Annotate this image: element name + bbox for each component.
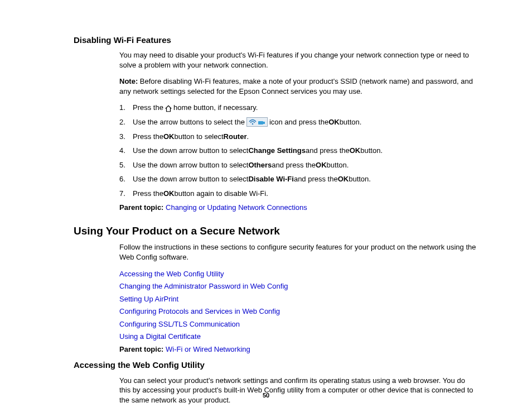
- step-num: 5.: [119, 160, 133, 170]
- parent-label: Parent topic:: [119, 203, 163, 212]
- parent-label: Parent topic:: [119, 345, 163, 353]
- step-7: 7. Press the OK button again to disable …: [119, 189, 477, 199]
- intro-para: You can select your product's network se…: [119, 376, 477, 405]
- step-text: Use the arrow buttons to select the: [133, 117, 245, 127]
- heading-secure-network: Using Your Product on a Secure Network: [74, 224, 477, 238]
- step-num: 6.: [119, 174, 133, 184]
- step-num: 7.: [119, 189, 133, 199]
- step-bold: OK: [350, 146, 361, 156]
- step-text: .: [246, 132, 249, 142]
- step-5: 5. Use the down arrow button to select O…: [119, 160, 477, 170]
- note-text: Before disabling Wi-Fi features, make a …: [119, 77, 473, 95]
- svg-rect-1: [258, 121, 263, 124]
- step-num: 2.: [119, 117, 133, 127]
- step-bold: OK: [328, 117, 340, 127]
- parent-link[interactable]: Wi-Fi or Wired Networking: [166, 345, 250, 353]
- page-number: 50: [0, 391, 532, 400]
- step-1: 1. Press the home button, if necessary.: [119, 103, 477, 113]
- step-text: Press the: [133, 189, 163, 199]
- step-text: button to select: [174, 132, 223, 142]
- step-text: and press the: [294, 174, 338, 184]
- note-label: Note:: [119, 77, 138, 85]
- step-bold: Router: [224, 132, 247, 142]
- topic-link[interactable]: Configuring SSL/TLS Communication: [119, 320, 240, 328]
- step-text: Press the: [133, 103, 163, 113]
- step-bold: Change Settings: [248, 146, 306, 156]
- heading-web-config: Accessing the Web Config Utility: [74, 360, 477, 371]
- step-text: button.: [340, 117, 362, 127]
- intro-para: Follow the instructions in these section…: [119, 242, 477, 262]
- svg-rect-2: [263, 122, 265, 124]
- svg-point-0: [252, 123, 254, 124]
- step-text: button.: [327, 160, 349, 170]
- home-icon: [163, 103, 173, 113]
- note-para: Note: Before disabling Wi-Fi features, m…: [119, 76, 477, 96]
- intro-para: You may need to disable your product's W…: [119, 50, 477, 70]
- topic-link[interactable]: Configuring Protocols and Services in We…: [119, 307, 280, 315]
- step-bold: OK: [316, 160, 327, 170]
- step-2: 2. Use the arrow buttons to select the i…: [119, 117, 477, 127]
- body-disabling-wifi: You may need to disable your product's W…: [119, 50, 477, 213]
- topic-link[interactable]: Setting Up AirPrint: [119, 295, 178, 303]
- section-secure-network: Using Your Product on a Secure Network F…: [74, 224, 477, 354]
- step-3: 3. Press the OK button to select Router …: [119, 132, 477, 142]
- steps-list: 1. Press the home button, if necessary. …: [119, 103, 477, 198]
- step-bold: OK: [163, 189, 175, 199]
- step-text: icon and press the: [269, 117, 328, 127]
- step-num: 3.: [119, 132, 133, 142]
- body-secure-network: Follow the instructions in these section…: [119, 242, 477, 354]
- step-text: home button, if necessary.: [173, 103, 258, 113]
- step-text: Use the down arrow button to select: [133, 174, 248, 184]
- parent-topic: Parent topic: Changing or Updating Netwo…: [119, 203, 477, 213]
- parent-link[interactable]: Changing or Updating Network Connections: [166, 203, 307, 212]
- step-text: button again to disable Wi-Fi.: [174, 189, 268, 199]
- heading-disabling-wifi: Disabling Wi-Fi Features: [74, 35, 477, 46]
- step-text: button.: [360, 146, 383, 156]
- step-6: 6. Use the down arrow button to select D…: [119, 174, 477, 184]
- step-text: and press the: [306, 146, 350, 156]
- parent-topic: Parent topic: Wi-Fi or Wired Networking: [119, 344, 477, 354]
- step-text: Use the down arrow button to select: [133, 146, 248, 156]
- step-bold: Others: [248, 160, 272, 170]
- step-text: and press the: [272, 160, 316, 170]
- topic-link[interactable]: Accessing the Web Config Utility: [119, 270, 224, 278]
- step-bold: Disable Wi-Fi: [248, 174, 294, 184]
- step-bold: OK: [163, 132, 175, 142]
- step-text: Use the down arrow button to select: [133, 160, 248, 170]
- step-4: 4. Use the down arrow button to select C…: [119, 146, 477, 156]
- wifi-setup-icon: [246, 117, 268, 127]
- step-text: button.: [349, 174, 371, 184]
- section-disabling-wifi: Disabling Wi-Fi Features You may need to…: [74, 35, 477, 213]
- topic-link[interactable]: Using a Digital Certificate: [119, 332, 201, 341]
- topic-link[interactable]: Changing the Administrator Password in W…: [119, 282, 288, 290]
- step-num: 4.: [119, 146, 133, 156]
- body-web-config: You can select your product's network se…: [119, 376, 477, 405]
- step-num: 1.: [119, 103, 133, 113]
- step-bold: OK: [338, 174, 349, 184]
- step-text: Press the: [133, 132, 163, 142]
- topic-links: Accessing the Web Config Utility Changin…: [119, 269, 477, 342]
